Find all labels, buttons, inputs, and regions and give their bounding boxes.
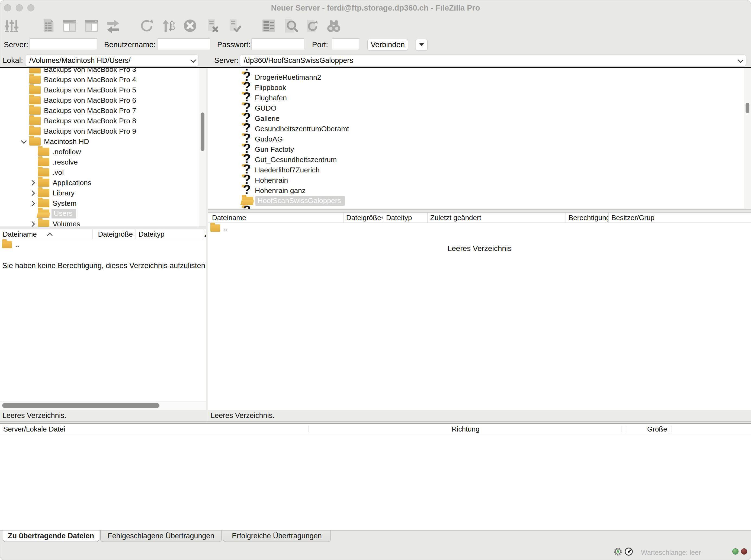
- tab-files-to-transfer[interactable]: Zu übertragende Dateien: [3, 531, 99, 542]
- local-list-header: Dateiname Dateigröße Dateityp Zuletzt ge…: [0, 229, 206, 239]
- chevron-right-icon[interactable]: [29, 200, 35, 206]
- column-header-groesse[interactable]: Größe: [647, 425, 667, 434]
- tree-item[interactable]: ?Gut_Gesundheitszentrum: [208, 155, 751, 165]
- tree-item[interactable]: Backups von MacBook Pro 8: [0, 116, 206, 126]
- panel-splitter[interactable]: [206, 68, 208, 421]
- queue-splitter[interactable]: [0, 421, 751, 424]
- folder-icon: [38, 148, 50, 156]
- column-header-dateiname[interactable]: Dateiname: [0, 229, 93, 239]
- sort-ascending-icon: [47, 232, 53, 238]
- port-input[interactable]: [332, 39, 360, 50]
- site-manager-icon[interactable]: [4, 17, 20, 34]
- transfer-queue-toggle-icon[interactable]: [105, 17, 121, 34]
- tree-item[interactable]: System: [0, 198, 206, 208]
- chevron-right-icon[interactable]: [29, 180, 35, 185]
- remote-list-header: Dateiname Dateigröße Dateityp Zuletzt ge…: [208, 213, 751, 223]
- server-input[interactable]: [29, 39, 97, 50]
- tree-item[interactable]: ?Gun Factoty: [208, 144, 751, 155]
- column-header-dateigroesse[interactable]: Dateigröße: [343, 213, 383, 222]
- tree-item[interactable]: .resolve: [0, 157, 206, 167]
- password-input[interactable]: [251, 39, 304, 50]
- tree-item[interactable]: .nofollow: [0, 147, 206, 157]
- local-tree-scrollbar[interactable]: [199, 68, 206, 226]
- scrollbar-thumb[interactable]: [201, 113, 204, 151]
- folder-icon: [211, 224, 220, 232]
- chevron-down-icon[interactable]: [21, 138, 26, 144]
- tree-item[interactable]: ?Flippbook: [208, 82, 751, 93]
- remote-tree-toggle-icon[interactable]: [83, 17, 99, 34]
- tree-item[interactable]: Backups von MacBook Pro 6: [0, 95, 206, 105]
- remote-panel-divider[interactable]: [208, 209, 751, 213]
- remote-tree-scrollbar[interactable]: [744, 68, 751, 209]
- tree-item-selected[interactable]: Users: [0, 208, 206, 219]
- tree-item[interactable]: ?DrogerieRuetimann2: [208, 72, 751, 82]
- tree-item[interactable]: Backups von MacBook Pro 3: [0, 68, 206, 75]
- column-header-dateigroesse[interactable]: Dateigröße: [93, 229, 136, 239]
- reconnect-icon[interactable]: [225, 17, 241, 34]
- column-header-besitzer-gruppe[interactable]: Besitzer/Gruppe: [609, 213, 654, 222]
- tree-item[interactable]: ?Hohenrain ganz: [208, 185, 751, 196]
- directory-listing-filters-icon[interactable]: [261, 17, 277, 34]
- tree-item[interactable]: ?Gallerie: [208, 113, 751, 124]
- username-input[interactable]: [157, 39, 211, 50]
- tree-item[interactable]: ?Haederlihof7Zuerich: [208, 165, 751, 175]
- column-header-zuletzt-geaendert[interactable]: Zuletzt geändert: [203, 229, 206, 239]
- tree-item-selected[interactable]: HoofScanSwissGaloppers: [208, 196, 751, 206]
- scrollbar-thumb[interactable]: [746, 103, 749, 113]
- local-panel-divider[interactable]: [0, 226, 206, 229]
- speed-limit-icon[interactable]: [624, 547, 633, 556]
- local-tree-toggle-icon[interactable]: [62, 17, 78, 34]
- file-name: ..: [223, 224, 228, 232]
- tree-item[interactable]: ?GesundheitszentrumOberamt: [208, 124, 751, 134]
- cancel-icon[interactable]: [182, 17, 198, 34]
- path-bars: Lokal: /Volumes/Macintosh HD/Users/ Serv…: [0, 54, 751, 67]
- file-row-parent-dir[interactable]: ..: [0, 239, 206, 249]
- tab-failed-transfers[interactable]: Fehlgeschlagene Übertragungen: [100, 531, 222, 542]
- tree-item[interactable]: Applications: [0, 178, 206, 188]
- process-queue-icon[interactable]: [160, 17, 176, 34]
- directory-comparison-icon[interactable]: [326, 17, 342, 34]
- tree-item[interactable]: ?GUDO: [208, 103, 751, 113]
- column-header-dateityp[interactable]: Dateityp: [136, 229, 203, 239]
- message-log-icon[interactable]: [40, 17, 56, 34]
- chevron-right-icon[interactable]: [29, 221, 35, 226]
- connect-button[interactable]: Verbinden: [368, 39, 408, 51]
- column-header-server-lokale-datei[interactable]: Server/Lokale Datei: [3, 425, 65, 434]
- column-header-dateiname[interactable]: Dateiname: [208, 213, 343, 222]
- open-folder-icon: [38, 209, 50, 218]
- tree-item[interactable]: Backups von MacBook Pro 9: [0, 126, 206, 136]
- tab-successful-transfers[interactable]: Erfolgreiche Übertragungen: [223, 531, 331, 542]
- synchronized-browsing-icon[interactable]: [304, 17, 320, 34]
- tree-item[interactable]: ?Flughafen: [208, 93, 751, 103]
- connect-dropdown-button[interactable]: [416, 39, 428, 51]
- tree-item[interactable]: .vol: [0, 167, 206, 178]
- horizontal-scrollbar[interactable]: [0, 401, 206, 410]
- column-header-dateityp[interactable]: Dateityp: [383, 213, 428, 222]
- local-path-select[interactable]: /Volumes/Macintosh HD/Users/: [25, 55, 199, 66]
- tree-item[interactable]: Library: [0, 188, 206, 198]
- tree-item[interactable]: ?: [208, 68, 751, 72]
- column-separator: [672, 425, 672, 432]
- remote-path-select[interactable]: /dp360/HoofScanSwissGaloppers: [240, 55, 746, 66]
- scrollbar-thumb[interactable]: [2, 403, 159, 408]
- column-header-zuletzt-geaendert[interactable]: Zuletzt geändert: [428, 213, 566, 222]
- refresh-icon[interactable]: [139, 17, 155, 34]
- remote-file-list: Dateiname Dateigröße Dateityp Zuletzt ge…: [208, 213, 751, 410]
- file-search-icon[interactable]: [282, 17, 298, 34]
- column-header-richtung[interactable]: Richtung: [452, 425, 480, 434]
- tree-item[interactable]: ?Hohenrain: [208, 175, 751, 185]
- tree-item[interactable]: Backups von MacBook Pro 5: [0, 85, 206, 95]
- auto-transfer-mode-icon[interactable]: A: [613, 547, 622, 556]
- tree-item[interactable]: Backups von MacBook Pro 4: [0, 75, 206, 85]
- column-separator: [621, 425, 621, 432]
- tree-item[interactable]: ?: [208, 206, 751, 209]
- column-header-berechtigungen[interactable]: Berechtigungen: [566, 213, 609, 222]
- tree-item[interactable]: ?GudoAG: [208, 134, 751, 144]
- file-row-parent-dir[interactable]: ..: [208, 223, 751, 233]
- tree-item[interactable]: Volumes: [0, 219, 206, 226]
- tree-item[interactable]: Backups von MacBook Pro 7: [0, 105, 206, 116]
- disconnect-icon[interactable]: [204, 17, 220, 34]
- tree-item[interactable]: Macintosh HD: [0, 136, 206, 147]
- column-header-empty: [654, 213, 751, 222]
- chevron-right-icon[interactable]: [29, 190, 35, 196]
